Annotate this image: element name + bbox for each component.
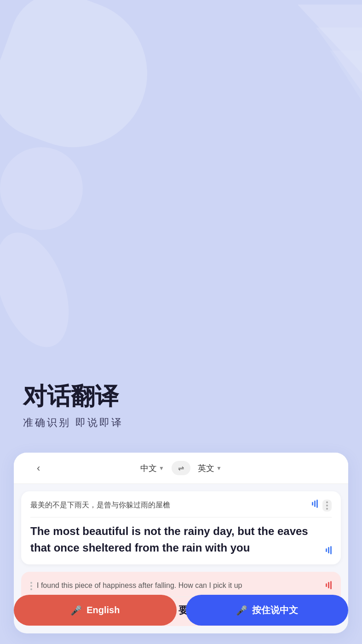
- source-language-label: 中文: [140, 463, 157, 474]
- message-1-sound-button[interactable]: [312, 500, 318, 508]
- back-button[interactable]: ‹: [37, 462, 40, 474]
- message-2-original: I found this piece of happiness after fa…: [37, 580, 321, 591]
- message-1-translated: The most beautiful is not the rainy day,…: [30, 523, 321, 556]
- language-selector: 中文 ▼ ⇌ 英文 ▼: [140, 461, 222, 475]
- target-lang-arrow-icon: ▼: [216, 465, 222, 472]
- message-bubble-1: 最美的不是下雨天，是曾与你躲过雨的屋檐 The most beautiful i…: [21, 491, 341, 564]
- message-1-translated-sound-button[interactable]: [326, 546, 332, 554]
- svg-marker-2: [330, 51, 362, 101]
- page-title: 对话翻译: [23, 382, 339, 410]
- bottom-action-buttons: 🎤 English 🎤 按住说中文: [0, 595, 362, 626]
- chinese-speak-button[interactable]: 🎤 按住说中文: [186, 595, 349, 626]
- swap-icon: ⇌: [178, 464, 184, 472]
- chinese-button-label: 按住说中文: [252, 604, 298, 616]
- english-mic-icon: 🎤: [70, 605, 82, 616]
- message-1-more-button[interactable]: [322, 500, 332, 512]
- chinese-mic-icon: 🎤: [236, 605, 247, 616]
- swap-language-button[interactable]: ⇌: [172, 461, 190, 475]
- source-language-button[interactable]: 中文 ▼: [140, 463, 164, 474]
- bg-triangle-decoration: [224, 0, 362, 147]
- message-1-original: 最美的不是下雨天，是曾与你躲过雨的屋檐: [30, 500, 307, 511]
- english-button-label: English: [86, 605, 120, 615]
- target-language-button[interactable]: 英文 ▼: [198, 463, 222, 474]
- message-2-sound-button[interactable]: [326, 581, 332, 589]
- page-subtitle: 准确识别 即说即译: [23, 416, 339, 430]
- english-speak-button[interactable]: 🎤 English: [14, 595, 177, 626]
- source-lang-arrow-icon: ▼: [159, 465, 164, 472]
- language-topbar: ‹ 中文 ▼ ⇌ 英文 ▼: [14, 453, 348, 484]
- header-section: 对话翻译 准确识别 即说即译: [0, 350, 362, 443]
- bg-decoration-3: [0, 223, 83, 357]
- bg-decoration-2: [0, 147, 83, 230]
- target-language-label: 英文: [198, 463, 214, 474]
- message-2-more-button[interactable]: [30, 582, 32, 590]
- bubble-divider-1: [30, 517, 332, 518]
- bg-decoration-1: [0, 0, 168, 168]
